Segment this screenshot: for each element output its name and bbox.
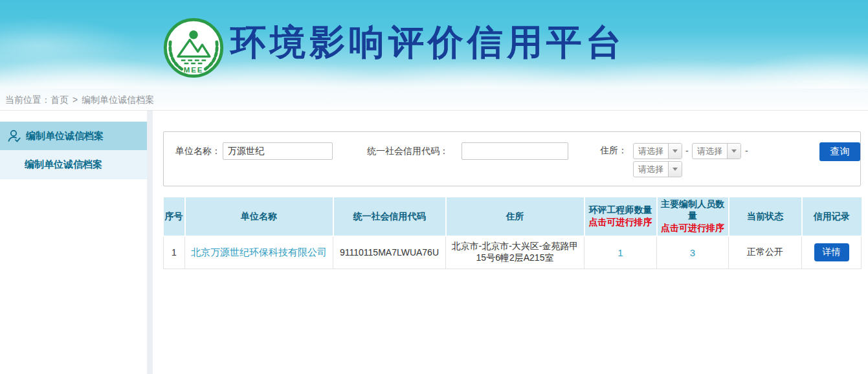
- sidebar-item-label: 编制单位诚信档案: [25, 159, 102, 171]
- sidebar-item-unit-archive[interactable]: 编制单位诚信档案: [0, 150, 147, 179]
- credit-code-label: 统一社会信用代码：: [367, 142, 449, 160]
- table-header-row: 序号 单位名称 统一社会信用代码 住所 环评工程师数量 点击可进行排序 主要编制…: [164, 197, 862, 236]
- col-status: 当前状态: [729, 197, 802, 236]
- dash-separator: -: [685, 143, 689, 159]
- chevron-down-icon[interactable]: [668, 162, 682, 177]
- col-company: 单位名称: [185, 197, 333, 236]
- breadcrumb-label: 当前位置：: [5, 94, 50, 105]
- cell-status: 正常公开: [729, 236, 802, 269]
- company-name-input[interactable]: [223, 142, 333, 160]
- select-value: 请选择: [693, 144, 727, 159]
- select-value: 请选择: [634, 162, 668, 177]
- select-value: 请选择: [634, 144, 668, 159]
- col-staff-count-title: 主要编制人员数量: [659, 199, 727, 222]
- company-name-label: 单位名称：: [175, 142, 221, 160]
- col-credit-code: 统一社会信用代码: [333, 197, 446, 236]
- breadcrumb-current: 编制单位诚信档案: [82, 94, 154, 105]
- staff-count-link[interactable]: 3: [690, 247, 695, 258]
- col-credit-record: 信用记录: [802, 197, 862, 236]
- cell-address: 北京市-北京市-大兴区-金苑路甲15号6幢2层A215室: [446, 236, 584, 269]
- site-header: MEE 环境影响评价信用平台: [0, 0, 868, 89]
- col-engineer-count-title: 环评工程师数量: [586, 204, 655, 216]
- chevron-down-icon[interactable]: [668, 144, 682, 159]
- sort-hint: 点击可进行排序: [586, 217, 655, 228]
- search-form: 单位名称： 统一社会信用代码： 住所： 请选择 - 请选择 - 请选择 查询: [163, 131, 861, 186]
- credit-code-input[interactable]: [462, 142, 568, 160]
- dash-separator: -: [745, 143, 748, 159]
- sort-hint: 点击可进行排序: [659, 223, 727, 234]
- sidebar-item-label: 编制单位诚信档案: [26, 130, 104, 142]
- col-seq: 序号: [164, 197, 185, 236]
- sidebar-item-unit-archive-head[interactable]: 编制单位诚信档案: [0, 122, 147, 150]
- company-link[interactable]: 北京万源世纪环保科技有限公司: [191, 247, 327, 258]
- detail-button[interactable]: 详情: [814, 243, 849, 261]
- mee-logo-icon: MEE: [162, 17, 225, 79]
- sidebar-divider: [147, 111, 153, 374]
- address-district-select[interactable]: 请选择: [633, 161, 682, 177]
- address-province-select[interactable]: 请选择: [633, 143, 682, 159]
- cell-credit-code: 91110115MA7LWUA76U: [333, 236, 446, 269]
- page: MEE 环境影响评价信用平台 当前位置：首页>编制单位诚信档案 编制单位诚信档案…: [0, 0, 868, 374]
- query-button[interactable]: 查询: [819, 142, 860, 161]
- breadcrumb-separator: >: [72, 94, 78, 105]
- col-address: 住所: [446, 197, 584, 236]
- content: 单位名称： 统一社会信用代码： 住所： 请选择 - 请选择 - 请选择 查询: [163, 131, 861, 269]
- cell-seq: 1: [164, 236, 185, 269]
- breadcrumb-home-link[interactable]: 首页: [50, 94, 69, 105]
- chevron-down-icon[interactable]: [727, 144, 740, 159]
- breadcrumb: 当前位置：首页>编制单位诚信档案: [0, 89, 868, 111]
- address-label: 住所：: [600, 142, 627, 159]
- table-row: 1 北京万源世纪环保科技有限公司 91110115MA7LWUA76U 北京市-…: [164, 236, 862, 269]
- engineer-count-link[interactable]: 1: [618, 247, 623, 258]
- sidebar: 编制单位诚信档案 编制单位诚信档案: [0, 122, 147, 179]
- svg-text:MEE: MEE: [184, 66, 204, 74]
- site-title: 环境影响评价信用平台: [230, 25, 625, 60]
- address-city-select[interactable]: 请选择: [692, 143, 741, 159]
- user-check-icon: [6, 128, 22, 144]
- results-table: 序号 单位名称 统一社会信用代码 住所 环评工程师数量 点击可进行排序 主要编制…: [163, 197, 862, 269]
- col-engineer-count-sort[interactable]: 环评工程师数量 点击可进行排序: [584, 197, 657, 236]
- col-staff-count-sort[interactable]: 主要编制人员数量 点击可进行排序: [657, 197, 729, 236]
